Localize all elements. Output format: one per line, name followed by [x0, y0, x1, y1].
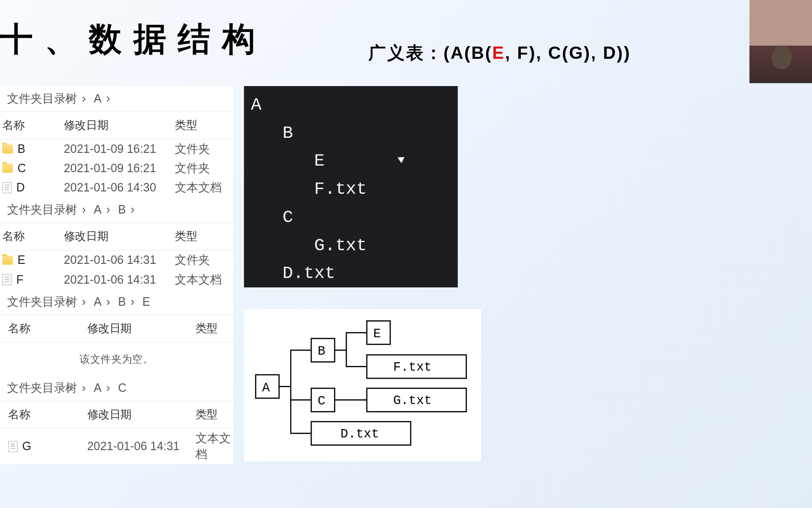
crumb-seg[interactable]: E [142, 295, 150, 308]
gentable-label: 广义表： [368, 43, 443, 62]
file-mtime: 2021-01-09 16:21 [64, 162, 175, 175]
breadcrumb: 文件夹目录树› A› [0, 86, 233, 112]
crumb-seg[interactable]: C [118, 381, 126, 394]
col-name[interactable]: 名称 [2, 118, 64, 133]
file-type: 文件夹 [175, 141, 230, 157]
crumb-seg[interactable]: A [94, 295, 102, 308]
file-type: 文件夹 [175, 253, 230, 269]
folder-icon [2, 145, 13, 154]
col-type[interactable]: 类型 [175, 118, 230, 133]
chevron-right-icon: › [82, 92, 86, 104]
file-type: 文件夹 [175, 160, 230, 176]
table-row[interactable]: B 2021-01-09 16:21 文件夹 [0, 139, 233, 159]
tree-diagram: A B C E F.txt G.txt D.txt [244, 309, 481, 461]
node-C: C [318, 394, 325, 408]
folder-icon [2, 256, 13, 265]
col-name[interactable]: 名称 [8, 321, 87, 336]
expr-post: , F), C(G), D)) [505, 43, 631, 62]
crumb-root[interactable]: 文件夹目录树 [7, 381, 77, 394]
table-row[interactable]: C 2021-01-09 16:21 文件夹 [0, 159, 233, 178]
chevron-right-icon: › [82, 381, 86, 394]
file-mtime: 2021-01-06 14:31 [64, 254, 175, 267]
chevron-right-icon: › [82, 203, 86, 216]
file-icon [2, 182, 12, 193]
chevron-right-icon: › [106, 295, 110, 308]
file-type: 文本文档 [175, 180, 230, 196]
crumb-seg[interactable]: A [94, 92, 102, 104]
table-row[interactable]: E 2021-01-06 14:31 文件夹 [0, 251, 233, 270]
node-A: A [262, 381, 270, 395]
file-name: E [17, 254, 25, 267]
node-E: E [373, 326, 381, 341]
explorer-panel-A: 文件夹目录树› A› 名称 修改日期 类型 B 2021-01-09 16:21… [0, 86, 233, 198]
file-name: F [16, 273, 23, 286]
file-name: C [17, 162, 26, 175]
col-type[interactable]: 类型 [195, 321, 231, 336]
expr-highlight: E [492, 43, 505, 62]
explorer-panel-C: 文件夹目录树› A› C 名称 修改日期 类型 G 2021-01-06 14:… [0, 375, 233, 464]
col-mtime[interactable]: 修改日期 [64, 118, 175, 133]
chevron-right-icon: › [106, 381, 110, 394]
chevron-right-icon: › [131, 295, 134, 308]
table-row[interactable]: F 2021-01-06 14:31 文本文档 [0, 270, 233, 289]
file-name: B [17, 143, 25, 156]
terminal-tree-output: A B E F.txt C G.txt D.txt [244, 86, 457, 287]
file-icon [8, 441, 17, 452]
explorer-panel-B: 文件夹目录树› A› B› 名称 修改日期 类型 E 2021-01-06 14… [0, 198, 233, 289]
file-type: 文本文档 [195, 430, 231, 462]
explorer-panels: 文件夹目录树› A› 名称 修改日期 类型 B 2021-01-09 16:21… [0, 86, 233, 464]
explorer-panel-E: 文件夹目录树› A› B› E 名称 修改日期 类型 该文件夹为空。 [0, 289, 233, 375]
crumb-seg[interactable]: A [94, 381, 102, 394]
generalized-list-expression: 广义表：(A(B(E, F), C(G), D)) [368, 41, 631, 65]
file-type: 文本文档 [175, 272, 230, 288]
col-name[interactable]: 名称 [2, 229, 64, 244]
node-D: D.txt [341, 427, 379, 441]
crumb-root[interactable]: 文件夹目录树 [7, 203, 77, 216]
column-headers: 名称 修改日期 类型 [0, 401, 233, 429]
node-B: B [318, 344, 325, 358]
slide-title: 十、数据结构 [0, 17, 267, 62]
expr-pre: (A(B( [444, 43, 492, 62]
file-mtime: 2021-01-06 14:30 [64, 181, 175, 195]
cursor-icon [399, 155, 406, 166]
col-mtime[interactable]: 修改日期 [64, 229, 175, 244]
table-row[interactable]: D 2021-01-06 14:30 文本文档 [0, 178, 233, 197]
crumb-seg[interactable]: B [118, 295, 126, 308]
file-name: G [22, 439, 31, 453]
file-mtime: 2021-01-06 14:31 [64, 273, 175, 286]
column-headers: 名称 修改日期 类型 [0, 223, 233, 251]
file-mtime: 2021-01-06 14:31 [87, 439, 195, 453]
breadcrumb: 文件夹目录树› A› B› [0, 198, 233, 223]
node-F: F.txt [393, 360, 432, 374]
file-icon [2, 274, 12, 286]
webcam-overlay [750, 0, 812, 83]
col-mtime[interactable]: 修改日期 [87, 407, 195, 422]
crumb-root[interactable]: 文件夹目录树 [7, 92, 77, 104]
breadcrumb: 文件夹目录树› A› B› E [0, 289, 233, 315]
col-name[interactable]: 名称 [8, 407, 87, 422]
breadcrumb: 文件夹目录树› A› C [0, 375, 233, 401]
crumb-root[interactable]: 文件夹目录树 [7, 295, 77, 308]
chevron-right-icon: › [82, 295, 86, 308]
node-G: G.txt [393, 393, 432, 408]
column-headers: 名称 修改日期 类型 [0, 315, 233, 343]
terminal-text: A B E F.txt C G.txt D.txt [251, 95, 367, 284]
file-name: D [16, 181, 25, 195]
col-mtime[interactable]: 修改日期 [87, 321, 195, 336]
chevron-right-icon: › [106, 203, 110, 216]
chevron-right-icon: › [131, 203, 134, 216]
crumb-seg[interactable]: B [118, 203, 126, 216]
empty-folder-text: 该文件夹为空。 [0, 342, 233, 375]
col-type[interactable]: 类型 [175, 229, 230, 244]
col-type[interactable]: 类型 [195, 407, 231, 422]
crumb-seg[interactable]: A [94, 203, 102, 216]
chevron-right-icon: › [106, 92, 110, 104]
column-headers: 名称 修改日期 类型 [0, 112, 233, 140]
file-mtime: 2021-01-09 16:21 [64, 143, 175, 156]
folder-icon [2, 164, 13, 173]
table-row[interactable]: G 2021-01-06 14:31 文本文档 [0, 429, 233, 464]
